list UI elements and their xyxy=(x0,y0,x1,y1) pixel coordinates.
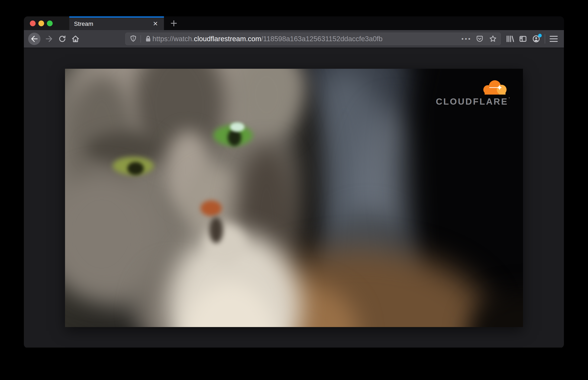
sidebar-toggle-button[interactable] xyxy=(517,33,529,45)
traffic-light-strip xyxy=(24,17,69,30)
cloudflare-cloud-icon xyxy=(477,79,509,96)
video-player-surface[interactable]: CLOUDFLARE’ xyxy=(65,69,523,327)
urlbar-separator xyxy=(140,35,141,42)
back-arrow-icon xyxy=(30,35,39,43)
browser-window: Stream ✕ + xyxy=(24,17,564,348)
https-lock-icon[interactable] xyxy=(144,35,153,43)
account-notification-dot xyxy=(538,34,542,37)
tab-close-icon[interactable]: ✕ xyxy=(152,20,159,28)
address-bar[interactable]: https://watch.cloudflarestream.com/11859… xyxy=(125,33,501,45)
new-tab-button[interactable]: + xyxy=(168,18,179,28)
cloudflare-wordmark: CLOUDFLARE’ xyxy=(436,96,510,107)
tab-title: Stream xyxy=(74,20,152,27)
cat-nose xyxy=(201,200,222,216)
url-path: /118598a163a125631152ddaccfe3a0fb xyxy=(261,35,383,43)
tab-strip-empty-area: + xyxy=(164,17,564,30)
page-content: CLOUDFLARE’ xyxy=(24,48,564,347)
tab-bar: Stream ✕ + xyxy=(24,17,564,30)
sidebar-icon xyxy=(519,35,527,43)
pocket-save-button[interactable] xyxy=(474,33,486,45)
tab-stream[interactable]: Stream ✕ xyxy=(69,17,164,30)
account-button[interactable] xyxy=(530,33,542,45)
bookmark-star-button[interactable] xyxy=(487,33,499,45)
tracking-protection-shield-icon[interactable] xyxy=(129,35,138,43)
cloudflare-watermark: CLOUDFLARE’ xyxy=(436,79,510,107)
navigation-toolbar: https://watch.cloudflarestream.com/11859… xyxy=(24,30,564,48)
reload-icon xyxy=(58,35,67,43)
home-icon xyxy=(71,35,80,43)
home-button[interactable] xyxy=(69,33,81,45)
minimize-window-button[interactable] xyxy=(38,20,44,26)
zoom-window-button[interactable] xyxy=(47,20,53,26)
library-button[interactable] xyxy=(504,33,516,45)
library-icon xyxy=(505,35,514,43)
close-window-button[interactable] xyxy=(30,20,35,26)
page-actions-button[interactable]: ••• xyxy=(462,36,472,42)
toolbar-separator xyxy=(545,34,545,43)
pocket-icon xyxy=(475,35,484,43)
back-button[interactable] xyxy=(28,33,40,45)
star-icon xyxy=(489,35,497,43)
menu-button[interactable] xyxy=(548,33,560,45)
url-text[interactable]: https://watch.cloudflarestream.com/11859… xyxy=(153,35,460,43)
forward-button[interactable] xyxy=(43,33,55,45)
url-domain: cloudflarestream.com xyxy=(194,35,261,43)
reload-button[interactable] xyxy=(56,33,68,45)
url-scheme-subdomain: https://watch. xyxy=(153,35,194,43)
forward-arrow-icon xyxy=(45,35,53,43)
